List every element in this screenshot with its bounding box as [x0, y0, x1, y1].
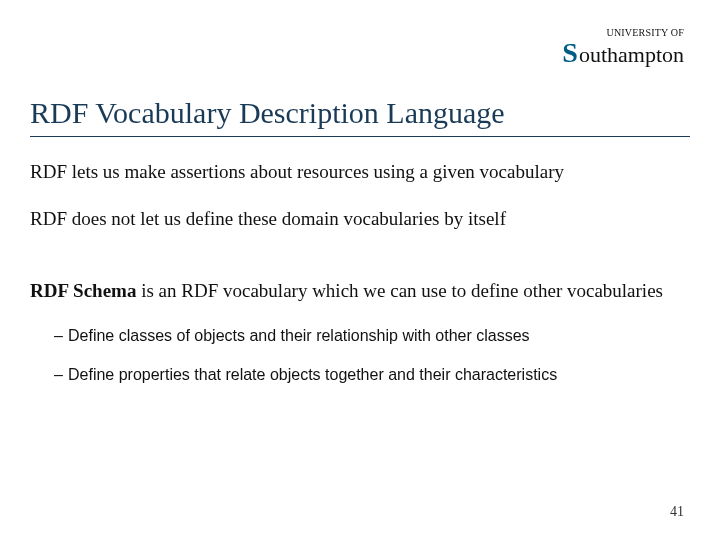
bullet-1-text: Define classes of objects and their rela…	[68, 327, 530, 344]
page-number: 41	[670, 504, 684, 520]
paragraph-3-rest: is an RDF vocabulary which we can use to…	[136, 280, 663, 301]
paragraph-3: RDF Schema is an RDF vocabulary which we…	[30, 279, 690, 304]
logo-name: outhampton	[579, 44, 684, 66]
bullet-2-text: Define properties that relate objects to…	[68, 366, 557, 383]
paragraph-1: RDF lets us make assertions about resour…	[30, 160, 690, 185]
slide-body: RDF lets us make assertions about resour…	[30, 160, 690, 404]
dash-icon: –	[54, 365, 68, 386]
university-logo: UNIVERSITY OF Southampton	[562, 28, 684, 67]
paragraph-2: RDF does not let us define these domain …	[30, 207, 690, 232]
bullet-2: –Define properties that relate objects t…	[54, 365, 690, 386]
dash-icon: –	[54, 326, 68, 347]
paragraph-3-bold: RDF Schema	[30, 280, 136, 301]
slide: UNIVERSITY OF Southampton RDF Vocabulary…	[0, 0, 720, 540]
slide-title: RDF Vocabulary Description Language	[30, 96, 690, 137]
logo-top-line: UNIVERSITY OF	[562, 28, 684, 38]
logo-main: Southampton	[562, 39, 684, 67]
bullet-1: –Define classes of objects and their rel…	[54, 326, 690, 347]
logo-mark-icon: S	[562, 39, 578, 67]
